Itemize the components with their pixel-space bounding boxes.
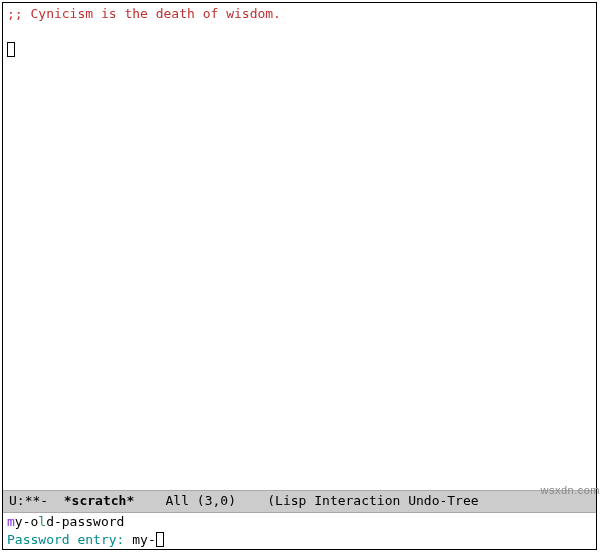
cursor-icon (7, 42, 15, 57)
mode-line[interactable]: U:**- *scratch* All (3,0) (Lisp Interact… (3, 490, 596, 512)
editor-buffer[interactable]: ;; Cynicism is the death of wisdom. (3, 3, 596, 490)
minibuffer-cursor-icon (156, 532, 164, 547)
scratch-comment: ;; Cynicism is the death of wisdom. (7, 5, 592, 23)
modeline-position: All (3,0) (166, 492, 236, 510)
minibuffer-prompt-line[interactable]: Password entry: my- (7, 531, 592, 549)
editor-cursor-line (7, 41, 592, 59)
modeline-modes: (Lisp Interaction Undo-Tree (267, 492, 478, 510)
modeline-buffer-name: *scratch* (64, 492, 134, 510)
emacs-frame: ;; Cynicism is the death of wisdom. U:**… (2, 2, 597, 550)
modeline-status: U:**- (9, 492, 48, 510)
watermark: wsxdn.com (540, 483, 600, 498)
minibuffer[interactable]: my-old-password Password entry: my- (3, 513, 596, 549)
minibuffer-input[interactable]: my- (132, 532, 155, 547)
minibuffer-prompt: Password entry: (7, 532, 132, 547)
completion-candidate: my-old-password (7, 513, 592, 531)
editor-blank-line (7, 23, 592, 41)
